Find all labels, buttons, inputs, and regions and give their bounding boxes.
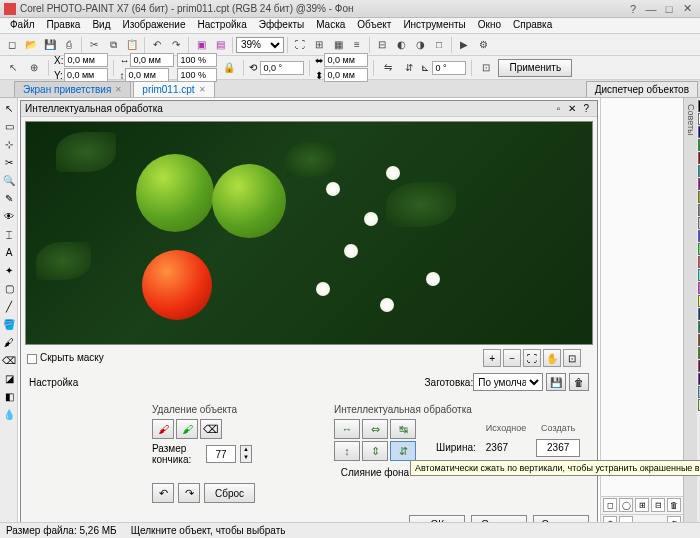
mask-rect-tool-icon[interactable]: ▭ bbox=[1, 118, 17, 134]
undo-stroke-icon[interactable]: ↶ bbox=[152, 483, 174, 503]
angle-input[interactable] bbox=[432, 61, 466, 75]
hide-mask-checkbox[interactable]: Скрыть маску bbox=[27, 352, 104, 363]
expand-h-icon[interactable]: ⇔ bbox=[362, 419, 388, 439]
save-preset-icon[interactable]: 💾 bbox=[546, 373, 566, 391]
zoom-100-icon[interactable]: ⊡ bbox=[563, 349, 581, 367]
new-lens-icon[interactable]: ◯ bbox=[619, 498, 633, 512]
maximize-button[interactable]: □ bbox=[660, 2, 678, 16]
combine-icon[interactable]: ⊟ bbox=[651, 498, 665, 512]
options-icon[interactable]: ⚙ bbox=[474, 36, 492, 54]
mirror-h-icon[interactable]: ⇋ bbox=[379, 59, 397, 77]
launch-icon[interactable]: ▶ bbox=[455, 36, 473, 54]
contract-v-icon[interactable]: ↕ bbox=[334, 441, 360, 461]
delete-icon[interactable]: 🗑 bbox=[667, 498, 681, 512]
width-target-input[interactable] bbox=[536, 439, 580, 457]
eraser-tool-icon[interactable]: ⌫ bbox=[1, 352, 17, 368]
menu-effects[interactable]: Эффекты bbox=[253, 18, 310, 33]
paint-tool-icon[interactable]: 🖌 bbox=[1, 334, 17, 350]
pan-icon[interactable]: ✋ bbox=[543, 349, 561, 367]
anchor-icon[interactable]: ⊡ bbox=[477, 59, 495, 77]
mirror-v-icon[interactable]: ⇵ bbox=[400, 59, 418, 77]
close-icon[interactable]: ✕ bbox=[199, 85, 206, 94]
close-icon[interactable]: ✕ bbox=[115, 85, 122, 94]
fullscreen-icon[interactable]: ⛶ bbox=[291, 36, 309, 54]
tab-document[interactable]: prim011.cpt✕ bbox=[133, 81, 214, 97]
dropshadow-tool-icon[interactable]: ◪ bbox=[1, 370, 17, 386]
mask-transform-tool-icon[interactable]: ⊹ bbox=[1, 136, 17, 152]
apply-button[interactable]: Применить bbox=[498, 59, 572, 77]
guides-icon[interactable]: ≡ bbox=[348, 36, 366, 54]
export-icon[interactable]: ▤ bbox=[211, 36, 229, 54]
menu-image[interactable]: Изображение bbox=[116, 18, 191, 33]
new-object-icon[interactable]: ◻ bbox=[603, 498, 617, 512]
clone-tool-icon[interactable]: ✎ bbox=[1, 190, 17, 206]
redo-stroke-icon[interactable]: ↷ bbox=[178, 483, 200, 503]
dialog-close-icon[interactable]: ✕ bbox=[565, 103, 579, 114]
tab-welcome[interactable]: Экран приветствия✕ bbox=[14, 81, 131, 97]
width-input[interactable] bbox=[130, 53, 174, 67]
remove-brush-icon[interactable]: 🖌 bbox=[152, 419, 174, 439]
auto-v-icon[interactable]: ⇵ bbox=[390, 441, 416, 461]
print-icon[interactable]: ⎙ bbox=[60, 36, 78, 54]
y-position-input[interactable] bbox=[64, 68, 108, 82]
reset-button[interactable]: Сброс bbox=[204, 483, 255, 503]
undo-icon[interactable]: ↶ bbox=[148, 36, 166, 54]
expand-v-icon[interactable]: ⇕ bbox=[362, 441, 388, 461]
redeye-tool-icon[interactable]: 👁 bbox=[1, 208, 17, 224]
preview-canvas[interactable] bbox=[25, 121, 593, 345]
nib-size-input[interactable] bbox=[206, 445, 236, 463]
import-icon[interactable]: ▣ bbox=[192, 36, 210, 54]
menu-file[interactable]: Файл bbox=[4, 18, 41, 33]
menu-object[interactable]: Объект bbox=[351, 18, 397, 33]
grid-icon[interactable]: ▦ bbox=[329, 36, 347, 54]
help-window-icon[interactable]: ? bbox=[624, 2, 642, 16]
eyedropper-tool-icon[interactable]: 💧 bbox=[1, 406, 17, 422]
menu-view[interactable]: Вид bbox=[86, 18, 116, 33]
menu-edit[interactable]: Правка bbox=[41, 18, 87, 33]
dialog-minimize-icon[interactable]: ▫ bbox=[551, 103, 565, 114]
rotation-input[interactable] bbox=[260, 61, 304, 75]
scale-y-input[interactable] bbox=[177, 68, 217, 82]
pick-tool-icon[interactable]: ↖ bbox=[1, 100, 17, 116]
paste-icon[interactable]: 📋 bbox=[123, 36, 141, 54]
rectangle-tool-icon[interactable]: ▢ bbox=[1, 280, 17, 296]
new-icon[interactable]: ◻ bbox=[3, 36, 21, 54]
text-tool-icon[interactable]: A bbox=[1, 244, 17, 260]
pick-tool-icon[interactable]: ↖ bbox=[4, 59, 22, 77]
effect-tool-icon[interactable]: ✦ bbox=[1, 262, 17, 278]
cut-icon[interactable]: ✂ bbox=[85, 36, 103, 54]
docker-tab-objects[interactable]: Диспетчер объектов bbox=[586, 81, 698, 97]
zoom-select[interactable]: 39% bbox=[236, 37, 284, 53]
menu-window[interactable]: Окно bbox=[472, 18, 507, 33]
skew-v-input[interactable] bbox=[324, 68, 368, 82]
rulers-icon[interactable]: ⊞ bbox=[310, 36, 328, 54]
height-input[interactable] bbox=[125, 68, 169, 82]
line-tool-icon[interactable]: ╱ bbox=[1, 298, 17, 314]
redo-icon[interactable]: ↷ bbox=[167, 36, 185, 54]
preset-select[interactable]: По умолча... bbox=[473, 373, 543, 391]
auto-h-icon[interactable]: ↹ bbox=[390, 419, 416, 439]
zoom-tool-icon[interactable]: 🔍 bbox=[1, 172, 17, 188]
menu-mask[interactable]: Маска bbox=[310, 18, 351, 33]
touch-up-tool-icon[interactable]: ⌶ bbox=[1, 226, 17, 242]
menu-help[interactable]: Справка bbox=[507, 18, 558, 33]
mask-overlay-icon[interactable]: ◑ bbox=[411, 36, 429, 54]
crop-tool-icon[interactable]: ✂ bbox=[1, 154, 17, 170]
transform-icon[interactable]: ⊕ bbox=[25, 59, 43, 77]
zoom-fit-icon[interactable]: ⛶ bbox=[523, 349, 541, 367]
close-button[interactable]: ✕ bbox=[678, 2, 696, 16]
menu-adjust[interactable]: Настройка bbox=[191, 18, 252, 33]
object-list[interactable] bbox=[601, 98, 683, 496]
scale-x-input[interactable] bbox=[177, 53, 217, 67]
contract-h-icon[interactable]: ↔ bbox=[334, 419, 360, 439]
clip-icon[interactable]: □ bbox=[430, 36, 448, 54]
fill-tool-icon[interactable]: 🪣 bbox=[1, 316, 17, 332]
minimize-button[interactable]: — bbox=[642, 2, 660, 16]
eraser-icon[interactable]: ⌫ bbox=[200, 419, 222, 439]
skew-h-input[interactable] bbox=[324, 53, 368, 67]
mask-icon[interactable]: ◐ bbox=[392, 36, 410, 54]
lock-ratio-icon[interactable]: 🔒 bbox=[220, 59, 238, 77]
x-position-input[interactable] bbox=[64, 53, 108, 67]
delete-preset-icon[interactable]: 🗑 bbox=[569, 373, 589, 391]
snap-icon[interactable]: ⊟ bbox=[373, 36, 391, 54]
